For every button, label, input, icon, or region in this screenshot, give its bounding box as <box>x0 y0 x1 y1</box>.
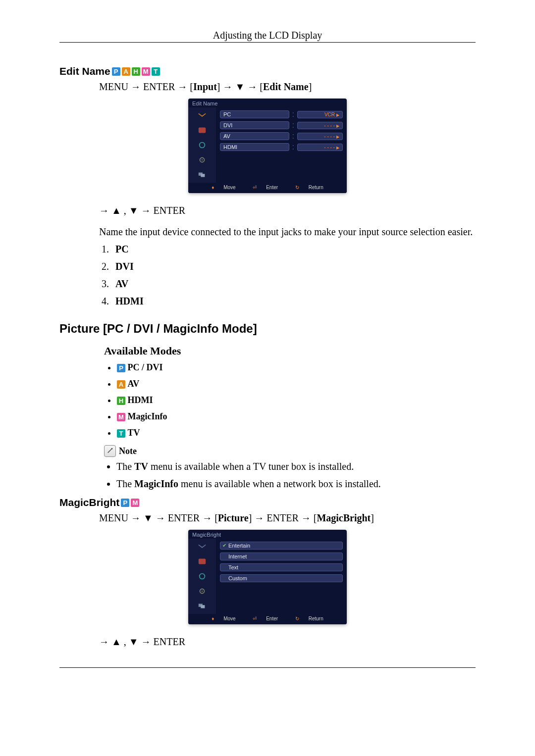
osd-label: HDMI <box>220 143 289 151</box>
osd-value: - - - -▶ <box>297 133 343 140</box>
modes-list: P PC / DVI A AV H HDMI M MagicInfo T TV <box>116 362 476 438</box>
enter-icon: ⏎ <box>253 616 257 621</box>
badge-p-icon: P <box>117 364 125 372</box>
badge-m-icon: M <box>142 67 150 76</box>
note-text: menu is available when a network box is … <box>178 478 381 489</box>
badge-a-icon: A <box>122 67 130 76</box>
edit-name-path: MENU → ENTER → [Input] → ▼ → [Edit Name] <box>99 81 476 93</box>
down-arrow-icon: ▼ <box>235 81 245 92</box>
osd-row: DVI : - - - -▶ <box>220 121 343 129</box>
osd-label: PC <box>220 110 289 118</box>
list-item: PC <box>111 244 476 255</box>
list-item-text: PC <box>115 244 129 254</box>
osd-picture-icon <box>196 556 208 566</box>
path-text: ENTER <box>168 512 200 523</box>
osd-panel: MagicBright ✔Entertain Internet Text Cus… <box>188 530 347 624</box>
osd-sound-icon <box>196 140 208 150</box>
path-text: → [ <box>299 512 317 523</box>
return-icon: ↻ <box>295 616 299 621</box>
note-bold: MagicInfo <box>134 478 178 489</box>
osd-title: Edit Name <box>188 99 347 107</box>
badge-p-icon: P <box>121 499 129 507</box>
osd-row: HDMI : - - - -▶ <box>220 143 343 151</box>
down-arrow-icon: ▼ <box>143 512 153 523</box>
osd-footer-text: Enter <box>266 185 278 190</box>
osd-row: ✔Entertain <box>220 542 343 550</box>
svg-rect-11 <box>201 605 205 608</box>
list-item-text: AV <box>115 278 128 289</box>
osd-value-text: - - - - <box>324 134 335 139</box>
osd-row: PC : VCR▶ <box>220 110 343 118</box>
osd-value-text: VCR <box>324 112 335 117</box>
path-bold: Picture <box>218 512 249 523</box>
list-item: The MagicInfo menu is available when a n… <box>116 478 476 490</box>
path-bold: Input <box>193 81 217 92</box>
list-item: H HDMI <box>116 395 476 405</box>
path-arrow: → <box>128 512 143 523</box>
osd-label: DVI <box>220 121 289 129</box>
path-text: → [ <box>200 512 218 523</box>
edit-name-heading: Edit Name P A H M T <box>59 65 476 77</box>
svg-point-7 <box>200 574 205 579</box>
path-text: ] → <box>249 512 267 523</box>
osd-footer-enter: ⏎ Enter <box>249 616 282 621</box>
path-text: ENTER <box>267 512 298 523</box>
note-icon <box>104 445 116 457</box>
path-text: → [ <box>175 81 193 92</box>
osd-value: - - - -▶ <box>297 122 343 129</box>
osd-multi-icon <box>196 170 208 180</box>
osd-footer-move: ♦ Move <box>208 185 239 190</box>
osd-footer-text: Move <box>223 185 235 190</box>
svg-point-1 <box>200 143 205 148</box>
edit-name-osd-image: Edit Name PC : VCR▶ DVI <box>59 99 476 195</box>
list-item-text: DVI <box>115 261 134 272</box>
page: Adjusting the LCD Display Edit Name P A … <box>0 0 535 707</box>
note-label: Note <box>119 446 137 456</box>
osd-option: Text <box>220 563 343 571</box>
list-item: P PC / DVI <box>116 362 476 373</box>
list-item: T TV <box>116 428 476 438</box>
osd-main: PC : VCR▶ DVI : - - - -▶ AV : - - - -▶ <box>216 107 347 183</box>
path-text: → [ <box>245 81 263 92</box>
osd-panel: Edit Name PC : VCR▶ DVI <box>188 99 347 193</box>
osd-label: AV <box>220 132 289 140</box>
osd-option: Internet <box>220 553 343 560</box>
badge-m-icon: M <box>117 413 125 421</box>
enter-icon: ⏎ <box>253 185 257 190</box>
magicbright-osd-image: MagicBright ✔Entertain Internet Text Cus… <box>59 530 476 626</box>
edit-name-desc: Name the input device connected to the i… <box>99 226 476 238</box>
badge-t-icon: T <box>117 429 125 438</box>
osd-title: MagicBright <box>188 530 347 539</box>
osd-picture-icon <box>196 125 208 135</box>
mode-text: TV <box>128 428 140 438</box>
page-header: Adjusting the LCD Display <box>59 30 476 43</box>
osd-sep-icon: : <box>292 144 294 150</box>
osd-body: PC : VCR▶ DVI : - - - -▶ AV : - - - -▶ <box>188 107 347 183</box>
badge-t-icon: T <box>152 67 160 76</box>
mode-text: PC / DVI <box>128 362 163 372</box>
osd-value-text: - - - - <box>324 145 335 150</box>
picture-heading: Picture [PC / DVI / MagicInfo Mode] <box>59 322 476 336</box>
osd-sep-icon: : <box>292 111 294 117</box>
badge-h-icon: H <box>117 397 125 405</box>
list-item: M MagicInfo <box>116 411 476 422</box>
svg-point-3 <box>202 159 203 161</box>
osd-footer-text: Return <box>309 185 323 190</box>
mode-text: AV <box>128 379 140 389</box>
osd-footer-text: Return <box>309 616 323 621</box>
header-title: Adjusting the LCD Display <box>213 30 322 41</box>
osd-setup-icon <box>196 155 208 165</box>
path-arrow: → <box>153 512 168 523</box>
magicbright-title: MagicBright <box>59 497 119 508</box>
osd-row: Text <box>220 563 343 571</box>
svg-rect-0 <box>199 128 206 133</box>
osd-option: ✔Entertain <box>220 542 343 550</box>
available-modes-heading: Available Modes <box>104 345 476 357</box>
path-bold: MagicBright <box>317 512 371 523</box>
osd-value: VCR▶ <box>297 111 343 118</box>
path-bold: Edit Name <box>263 81 309 92</box>
osd-main: ✔Entertain Internet Text Custom <box>216 539 347 614</box>
footer-rule <box>59 667 476 668</box>
svg-rect-5 <box>201 174 205 177</box>
magicbright-heading: MagicBright P M <box>59 497 476 508</box>
